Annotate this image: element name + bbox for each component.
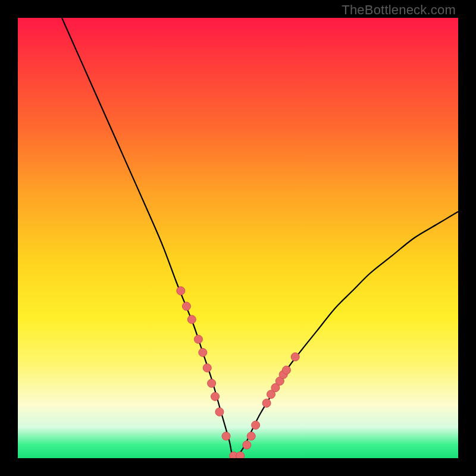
data-marker	[199, 348, 207, 356]
data-marker	[211, 392, 220, 400]
data-marker	[203, 364, 211, 372]
data-marker	[247, 432, 255, 440]
curve-layer	[18, 18, 458, 458]
data-marker	[291, 353, 299, 361]
data-marker	[222, 432, 230, 440]
data-marker	[187, 315, 196, 324]
plot-area	[18, 18, 458, 458]
data-marker	[243, 441, 251, 449]
data-marker	[194, 335, 202, 343]
watermark-text: TheBottleneck.com	[342, 2, 456, 18]
data-marker	[262, 399, 271, 408]
data-marker	[252, 421, 260, 430]
data-marker	[215, 408, 224, 416]
data-marker	[177, 287, 185, 295]
data-marker	[236, 452, 245, 458]
data-marker	[182, 302, 190, 311]
data-marker	[208, 379, 216, 387]
chart-frame: TheBottleneck.com	[0, 0, 476, 476]
data-marker	[282, 366, 290, 374]
bottleneck-curve	[62, 18, 458, 458]
curve-markers	[177, 287, 299, 458]
